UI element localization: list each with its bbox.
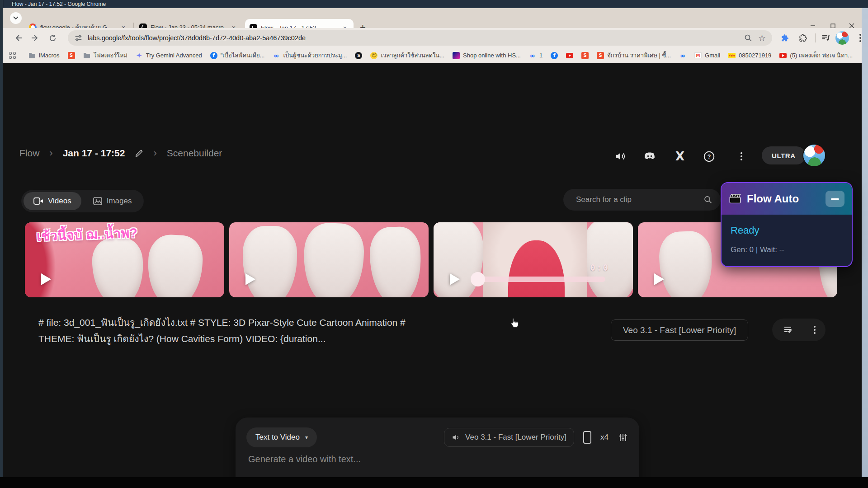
back-button[interactable] <box>13 33 24 43</box>
flow-auto-minimize-button[interactable] <box>826 191 844 207</box>
settings-sliders-icon[interactable] <box>618 432 628 443</box>
video-thumbnail-3[interactable]: 0:0 <box>434 222 633 297</box>
puzzle-icon <box>780 33 790 43</box>
aspect-ratio-icon[interactable] <box>583 431 591 444</box>
forward-arrow-icon <box>31 33 40 42</box>
zoom-icon[interactable] <box>744 33 753 42</box>
header-menu-button[interactable] <box>733 148 750 164</box>
video-thumbnail-2[interactable] <box>229 222 429 297</box>
flow-app-page: Flow › Jan 17 - 17:52 › Scenebuilder X ?… <box>3 63 862 477</box>
mode-selector[interactable]: Text to Video ▾ <box>246 427 317 447</box>
clip-model-chip: Veo 3.1 - Fast [Lower Priority] <box>611 319 748 341</box>
prompt-input[interactable] <box>247 454 566 465</box>
tab-videos[interactable]: Videos <box>24 192 81 210</box>
audio-toggle-button[interactable] <box>612 148 628 164</box>
play-icon[interactable] <box>654 273 664 285</box>
bottom-black-bar <box>0 477 868 488</box>
maximize-icon <box>830 23 835 28</box>
prompt-field[interactable] <box>247 454 564 465</box>
tab-search-button[interactable] <box>10 12 22 24</box>
chevron-down-icon <box>13 16 19 20</box>
flow-auto-status: Ready <box>731 225 852 236</box>
minimize-icon <box>831 198 839 200</box>
prompt-lines-icon[interactable] <box>783 324 793 335</box>
model-selector[interactable]: Veo 3.1 - Fast [Lower Priority] <box>444 428 574 447</box>
bookmark-item[interactable]: Shop online with HS... <box>453 52 521 59</box>
flow-auto-panel: Flow Auto Ready Gen: 0 | Wait: -- <box>721 182 853 267</box>
video-scrubber-handle[interactable] <box>471 272 485 286</box>
bookmark-item[interactable]: เวลาลูกค้าใช้ส่วนลดใน... <box>370 51 444 60</box>
chrome-toolbar: labs.google/fx/tools/flow/project/378d0d… <box>3 28 862 48</box>
x-social-button[interactable]: X <box>672 148 688 164</box>
play-icon[interactable] <box>41 273 51 285</box>
bookmark-item[interactable] <box>551 52 558 59</box>
bookmark-item[interactable]: 0850271919 <box>728 52 771 59</box>
meta-icon <box>679 52 686 59</box>
edit-pencil-icon[interactable] <box>135 149 143 158</box>
bookmark-item[interactable]: Try Gemini Advanced <box>136 52 202 59</box>
breadcrumb-project-name[interactable]: Jan 17 - 17:52 <box>63 148 125 159</box>
bookmark-item[interactable] <box>581 52 589 59</box>
bookmark-item[interactable] <box>355 52 362 59</box>
bookmark-star-icon[interactable]: ☆ <box>758 33 766 43</box>
imacros-extension-button[interactable] <box>820 32 832 44</box>
extensions-puzzle-icon <box>798 33 808 43</box>
tooth-shape <box>302 222 365 297</box>
breadcrumb-section: Scenebuilder <box>167 148 222 159</box>
bookmark-label: เวลาลูกค้าใช้ส่วนลดใน... <box>381 51 444 60</box>
clip-menu-button[interactable] <box>814 326 816 334</box>
play-icon[interactable] <box>245 273 255 285</box>
clip-search-input[interactable] <box>575 195 703 205</box>
composer-settings: Veo 3.1 - Fast [Lower Priority] x4 <box>444 428 628 447</box>
reload-button[interactable] <box>47 33 58 43</box>
bookmark-item[interactable]: 1 <box>529 52 542 59</box>
help-icon: ? <box>703 150 715 163</box>
bookmark-item[interactable] <box>679 52 686 59</box>
breadcrumb-root[interactable]: Flow <box>19 148 39 159</box>
apps-grid-icon[interactable] <box>9 52 16 59</box>
tooth-shape <box>146 234 204 297</box>
discord-button[interactable] <box>642 148 658 164</box>
url-text: labs.google/fx/tools/flow/project/378d0d… <box>88 34 738 42</box>
tooth-shape <box>369 226 422 297</box>
sample-count[interactable]: x4 <box>600 433 609 442</box>
bookmark-item[interactable]: เป็นผู้ชนะด้วยการประมู... <box>273 51 347 60</box>
video-progress-bar[interactable] <box>477 277 605 282</box>
help-button[interactable]: ? <box>701 148 717 164</box>
badge-icon <box>728 53 736 58</box>
bookmark-item[interactable]: โฟลเดอร์ใหม่ <box>83 51 127 60</box>
caret-down-icon: ▾ <box>305 434 308 441</box>
play-icon[interactable] <box>450 273 460 285</box>
bookmark-item[interactable]: Gmail <box>694 52 720 59</box>
flow-auto-title: Flow Auto <box>747 192 820 205</box>
list-music-icon <box>821 33 831 43</box>
bookmark-item[interactable]: จักรบ้าน ราคาพิเศษ | ซื้... <box>597 51 671 60</box>
clip-search[interactable] <box>563 189 721 211</box>
video-thumbnail-1[interactable]: เช้วนี้จบั ฌ..น้ำพ? <box>25 222 224 297</box>
forward-button[interactable] <box>30 33 41 43</box>
bookmark-item[interactable]: "เบื่อไลฟ์คนเดีย... <box>210 51 265 60</box>
bookmark-item[interactable] <box>566 53 573 58</box>
bookmark-item[interactable]: iMacros <box>28 52 60 59</box>
bookmark-label: iMacros <box>39 52 60 59</box>
account-avatar[interactable] <box>803 145 825 166</box>
tab-images[interactable]: Images <box>83 192 142 210</box>
profile-avatar[interactable] <box>835 31 849 45</box>
clip-title-overlay: เช้วนี้จบั ฌ..น้ำพ? <box>36 222 137 247</box>
facebook-icon <box>551 52 558 59</box>
image-icon <box>93 197 102 205</box>
bookmark-item[interactable] <box>68 52 75 59</box>
smiley-icon <box>370 52 377 59</box>
clip-caption[interactable]: # file: 3d_001_ฟันเป็นรู_เกิดยังไง.txt #… <box>38 314 423 347</box>
extensions-button[interactable] <box>797 32 809 44</box>
shopee-icon <box>68 52 75 59</box>
bookmark-label: เป็นผู้ชนะด้วยการประมู... <box>283 51 347 60</box>
facebook-icon <box>210 52 217 59</box>
flow-auto-header[interactable]: Flow Auto <box>722 183 852 215</box>
pinned-extension-icon[interactable] <box>779 32 791 44</box>
address-bar[interactable]: labs.google/fx/tools/flow/project/378d0d… <box>68 30 772 46</box>
shopee-icon <box>597 52 604 59</box>
meta-icon <box>273 52 280 59</box>
bookmark-item[interactable]: (5) เพลงเด็ก พ่อเจ นิทา... <box>779 51 853 60</box>
chevron-right-icon: › <box>153 147 156 159</box>
